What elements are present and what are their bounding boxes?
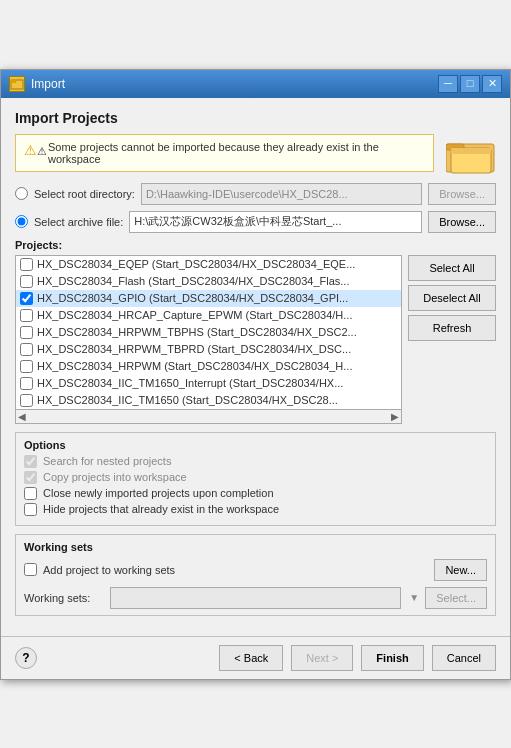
project-item[interactable]: HX_DSC28034_IIC_TM1650 (Start_DSC28034/H… [16,392,401,409]
project-item[interactable]: HX_DSC28034_HRPWM_TBPHS (Start_DSC28034/… [16,324,401,341]
archive-label: Select archive file: [34,216,123,228]
project-checkbox[interactable] [20,343,33,356]
dropdown-arrow-icon: ▼ [409,592,419,603]
project-item[interactable]: HX_DSC28034_Flash (Start_DSC28034/HX_DSC… [16,273,401,290]
window-title: Import [31,77,65,91]
select-all-button[interactable]: Select All [408,255,496,281]
project-item[interactable]: HX_DSC28034_HRPWM_TBPRD (Start_DSC28034/… [16,341,401,358]
scroll-right-arrow[interactable]: ▶ [391,411,399,422]
project-item[interactable]: HX_DSC28034_EQEP (Start_DSC28034/HX_DSC2… [16,256,401,273]
project-item[interactable]: HX_DSC28034_HRCAP_Capture_EPWM (Start_DS… [16,307,401,324]
projects-list[interactable]: HX_DSC28034_EQEP (Start_DSC28034/HX_DSC2… [15,255,402,410]
svg-rect-5 [451,148,491,154]
close-imported-checkbox[interactable] [24,487,37,500]
close-imported-row: Close newly imported projects upon compl… [24,487,487,500]
projects-area: HX_DSC28034_EQEP (Start_DSC28034/HX_DSC2… [15,255,496,424]
project-checkbox[interactable] [20,394,33,407]
working-sets-select-row: Working sets: ▼ Select... [24,587,487,609]
minimize-button[interactable]: ─ [438,75,458,93]
project-checkbox[interactable] [20,377,33,390]
project-label: HX_DSC28034_EQEP (Start_DSC28034/HX_DSC2… [37,258,355,270]
search-nested-label: Search for nested projects [43,455,171,467]
warning-text: Some projects cannot be imported because… [48,141,425,165]
project-label: HX_DSC28034_GPIO (Start_DSC28034/HX_DSC2… [37,292,348,304]
directory-input [141,183,422,205]
project-item[interactable]: HX_DSC28034_GPIO (Start_DSC28034/HX_DSC2… [16,290,401,307]
archive-radio[interactable] [15,215,28,228]
warning-box: ⚠ Some projects cannot be imported becau… [15,134,434,172]
main-content: Import Projects ⚠ Some projects cannot b… [1,98,510,628]
working-sets-title: Working sets [24,541,487,553]
title-bar-buttons: ─ □ ✕ [438,75,502,93]
add-to-working-sets-checkbox[interactable] [24,563,37,576]
hide-existing-label: Hide projects that already exist in the … [43,503,279,515]
import-dialog: Import ─ □ ✕ Import Projects ⚠ Some proj… [0,69,511,680]
working-sets-field-label: Working sets: [24,592,104,604]
working-sets-input [110,587,401,609]
project-label: HX_DSC28034_HRPWM_TBPRD (Start_DSC28034/… [37,343,351,355]
copy-projects-checkbox [24,471,37,484]
warning-icon: ⚠ [24,142,42,160]
project-item[interactable]: HX_DSC28034_IIC_TM1650_Interrupt (Start_… [16,375,401,392]
cancel-button[interactable]: Cancel [432,645,496,671]
deselect-all-button[interactable]: Deselect All [408,285,496,311]
directory-browse-button: Browse... [428,183,496,205]
copy-projects-label: Copy projects into workspace [43,471,187,483]
project-checkbox[interactable] [20,360,33,373]
maximize-button[interactable]: □ [460,75,480,93]
projects-buttons: Select All Deselect All Refresh [408,255,496,424]
refresh-button[interactable]: Refresh [408,315,496,341]
title-bar-left: Import [9,76,65,92]
select-working-sets-button: Select... [425,587,487,609]
project-label: HX_DSC28034_HRPWM_TBPHS (Start_DSC28034/… [37,326,357,338]
project-label: HX_DSC28034_Flash (Start_DSC28034/HX_DSC… [37,275,349,287]
search-nested-checkbox [24,455,37,468]
projects-scroll-bar[interactable]: ◀ ▶ [15,410,402,424]
svg-rect-1 [11,80,16,83]
projects-label: Projects: [15,239,496,251]
close-button[interactable]: ✕ [482,75,502,93]
archive-row: Select archive file: Browse... [15,211,496,233]
options-group: Options Search for nested projects Copy … [15,432,496,526]
project-label: HX_DSC28034_IIC_TM1650 (Start_DSC28034/H… [37,394,338,406]
project-checkbox[interactable] [20,292,33,305]
hide-existing-row: Hide projects that already exist in the … [24,503,487,516]
project-label: HX_DSC28034_HRPWM (Start_DSC28034/HX_DSC… [37,360,352,372]
hide-existing-checkbox[interactable] [24,503,37,516]
warning-section: ⚠ Some projects cannot be imported becau… [15,134,496,183]
options-title: Options [24,439,487,451]
title-bar: Import ─ □ ✕ [1,70,510,98]
search-nested-row: Search for nested projects [24,455,487,468]
finish-button[interactable]: Finish [361,645,423,671]
directory-radio[interactable] [15,187,28,200]
project-label: HX_DSC28034_HRCAP_Capture_EPWM (Start_DS… [37,309,352,321]
project-item[interactable]: HX_DSC28034_HRPWM (Start_DSC28034/HX_DSC… [16,358,401,375]
project-checkbox[interactable] [20,326,33,339]
project-checkbox[interactable] [20,275,33,288]
copy-projects-row: Copy projects into workspace [24,471,487,484]
page-title: Import Projects [15,110,496,126]
working-sets-group: Working sets Add project to working sets… [15,534,496,616]
scroll-left-arrow[interactable]: ◀ [18,411,26,422]
next-button[interactable]: Next > [291,645,353,671]
archive-browse-button[interactable]: Browse... [428,211,496,233]
help-button[interactable]: ? [15,647,37,669]
back-button[interactable]: < Back [219,645,283,671]
project-label: HX_DSC28034_IIC_TM1650_Interrupt (Start_… [37,377,343,389]
directory-row: Select root directory: Browse... [15,183,496,205]
add-project-row: Add project to working sets New... [24,559,487,581]
archive-input[interactable] [129,211,422,233]
folder-icon-large [446,134,496,174]
project-checkbox[interactable] [20,309,33,322]
add-to-working-sets-label: Add project to working sets [43,564,428,576]
bottom-bar: ? < Back Next > Finish Cancel [1,636,510,679]
close-imported-label: Close newly imported projects upon compl… [43,487,274,499]
project-checkbox[interactable] [20,258,33,271]
new-working-set-button[interactable]: New... [434,559,487,581]
window-icon [9,76,25,92]
directory-label: Select root directory: [34,188,135,200]
